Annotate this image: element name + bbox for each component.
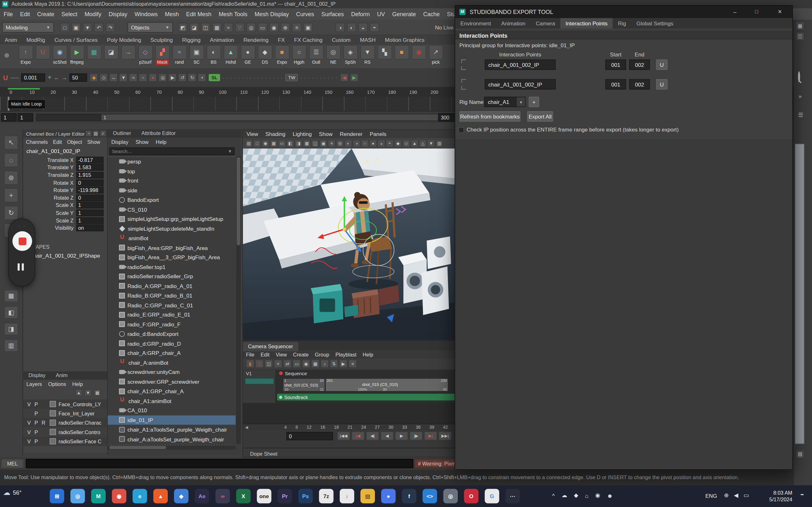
bookmarks-icon[interactable]: ▦ (270, 139, 277, 147)
animbot-play-icon[interactable]: ▶ (168, 73, 177, 82)
dialog-tab[interactable]: Camera (531, 18, 560, 29)
channel-stats-icon[interactable]: ▤ (93, 130, 99, 136)
shelf-cube-button[interactable]: ■ (394, 45, 410, 60)
sequence-settings-icon[interactable]: ≡ (349, 360, 357, 368)
display-layer-row[interactable]: P Face_Int_Layer (23, 409, 107, 418)
isolate-select-icon[interactable]: ▥ (436, 139, 443, 147)
render-current-frame-icon[interactable]: ◒ (358, 23, 368, 32)
paint-select-tool[interactable]: ⊚ (4, 171, 18, 185)
layer-color-swatch[interactable] (50, 438, 56, 445)
shelf-tab[interactable]: FX Caching (290, 35, 327, 44)
layer-visibility-toggle[interactable]: V (26, 439, 33, 444)
taskbar-premiere-icon[interactable]: Pr (277, 489, 292, 504)
taskbar-edge-icon[interactable]: e (133, 489, 147, 504)
outliner-item[interactable]: + screwdriver:GRP_screwdriver (108, 377, 236, 386)
taskbar-vlc-icon[interactable]: ▲ (153, 489, 168, 504)
rotate-tool[interactable]: ↻ (4, 206, 18, 220)
outliner-item[interactable]: + CS_010 (108, 205, 236, 214)
go-to-start-button[interactable]: |◀◀ (337, 432, 350, 441)
dialog-titlebar[interactable]: M STUDIOBANDO EXPORT TOOL – □ × (455, 6, 792, 18)
filter-icon[interactable]: ▼ (228, 149, 232, 154)
drag-handle[interactable]: · · (9, 223, 36, 228)
taskbar-music-icon[interactable]: ♪ (340, 489, 354, 504)
shelf-tab[interactable]: Curves / Surfaces (50, 35, 102, 44)
play-backwards-button[interactable]: ◀ (380, 432, 394, 441)
outliner-item[interactable]: + radio_d:BandoExport (108, 329, 236, 338)
menu-item[interactable]: File (0, 8, 16, 20)
channel-label[interactable]: Rotate X (23, 180, 76, 185)
menu-item[interactable]: Create (290, 351, 312, 357)
menu-item[interactable]: Surfaces (318, 8, 348, 20)
isolate-select-icon[interactable]: ▦ (4, 290, 18, 302)
speed-ramp-icon[interactable]: ◔ (85, 130, 92, 136)
multisample-icon[interactable]: △ (419, 139, 426, 147)
channel-value-field[interactable]: 1 (76, 217, 104, 224)
taskbar-photoshop-icon[interactable]: Ps (298, 489, 313, 504)
start-button[interactable]: ⊞ (50, 489, 64, 504)
film-gate-icon[interactable]: ◫ (311, 139, 319, 147)
outliner-item[interactable]: + CA_010 (108, 406, 236, 415)
menu-item[interactable]: Shading (262, 131, 289, 137)
menu-item[interactable]: Edit Mesh (183, 8, 215, 20)
menu-item[interactable]: Help (152, 139, 170, 145)
menu-item[interactable]: Panels (366, 131, 390, 137)
channel-label[interactable]: Translate Z (23, 172, 76, 178)
shelf-tab[interactable]: Sculpting (146, 35, 177, 44)
menu-item[interactable]: Generate (389, 8, 420, 20)
make-live-icon[interactable]: ◉ (269, 23, 278, 32)
shelf-sc-button[interactable]: ▣ SC (189, 45, 205, 65)
undo-icon[interactable]: ↶ (94, 23, 103, 32)
solo-track-icon[interactable]: ◉ (302, 360, 310, 368)
animbot-prev-key-icon[interactable]: ◀ (340, 73, 348, 82)
select-camera-icon[interactable]: ▤ (245, 139, 252, 147)
window-maximize-button[interactable]: □ (746, 6, 768, 18)
snap-to-points-icon[interactable]: ∵ (235, 23, 244, 32)
playback-start-field[interactable]: 1 (18, 113, 33, 122)
menu-item[interactable]: Mesh Tools (215, 8, 251, 20)
playback-end-field[interactable]: 300 (438, 113, 456, 122)
menu-item[interactable]: Layers (23, 381, 45, 387)
shelf-mask-button[interactable]: ▞ Mask (154, 45, 171, 65)
animbot-undo-icon[interactable]: ↺ (178, 73, 187, 82)
outliner-item[interactable]: + persp (108, 157, 236, 166)
snap-to-grid-icon[interactable]: ▦ (212, 23, 221, 32)
outliner-item[interactable]: + Radio_A:GRP_radio_A_01 (108, 281, 236, 291)
symmetry-icon[interactable]: ◑ (336, 23, 345, 32)
channel-value-field[interactable]: 1.915 (76, 172, 104, 178)
channel-value-field[interactable]: 0 (76, 194, 104, 201)
sequencer-time-ruler[interactable]: ◀ 481216182124273033363942 (243, 424, 455, 430)
shelf-pick-button[interactable]: ↗ pick (428, 45, 444, 65)
ripple-trim-icon[interactable]: ◫ (264, 360, 273, 368)
outliner-item[interactable]: + bigFish_Area:GRP_bigFish_Area (108, 243, 236, 252)
animation-start-field[interactable]: 1 (1, 113, 16, 122)
update-button[interactable]: U (656, 60, 668, 70)
shelf-tab[interactable]: Rendering (239, 35, 273, 44)
shelf-p2surf-button[interactable]: ◇ p2surf (137, 45, 154, 65)
select-by-hierarchy-icon[interactable]: ◩ (178, 23, 188, 32)
shelf-expo-button[interactable]: ↑ Expo (18, 45, 34, 65)
sequencer-empty-area[interactable] (243, 403, 455, 424)
outliner-item[interactable]: + chair_A:aToolsSet_purple_Weigth_chair (108, 435, 236, 444)
tray-teams-icon[interactable]: ◆ (574, 492, 578, 499)
rig-name-dropdown[interactable]: chair_A1 ▼ (484, 97, 526, 107)
outliner-item[interactable]: + chair_A:animBot (108, 358, 236, 367)
two-pane-layout-icon[interactable]: ◨ (4, 323, 18, 335)
insert-shot-icon[interactable]: ▯ (255, 360, 264, 368)
mute-track-icon[interactable]: ▭ (293, 360, 301, 368)
safe-action-icon[interactable]: ◐ (345, 139, 352, 147)
animbot-dot-icon[interactable]: ● (149, 73, 157, 82)
dialog-tab[interactable]: Environment (455, 18, 496, 29)
channel-value-field[interactable]: -119.998 (76, 187, 104, 193)
shelf-key-button[interactable]: → (120, 45, 136, 60)
shelf-bs-button[interactable]: ◐ BS (206, 45, 222, 65)
display-layer-row[interactable]: V P radioSeller:Face C (23, 437, 107, 446)
channel-label[interactable]: Scale X (23, 203, 76, 208)
menu-item[interactable]: Windows (131, 8, 161, 20)
sequence-node-row[interactable]: Sequence (279, 371, 307, 376)
selection-mask-selector[interactable]: Objects▼ (128, 22, 173, 33)
menu-item[interactable]: Show (85, 139, 103, 145)
volume-icon[interactable]: ◀ (734, 492, 739, 499)
menu-item[interactable]: Mesh (161, 8, 183, 20)
channel-value-field[interactable]: on (76, 225, 104, 231)
move-tool[interactable]: + (4, 188, 18, 202)
